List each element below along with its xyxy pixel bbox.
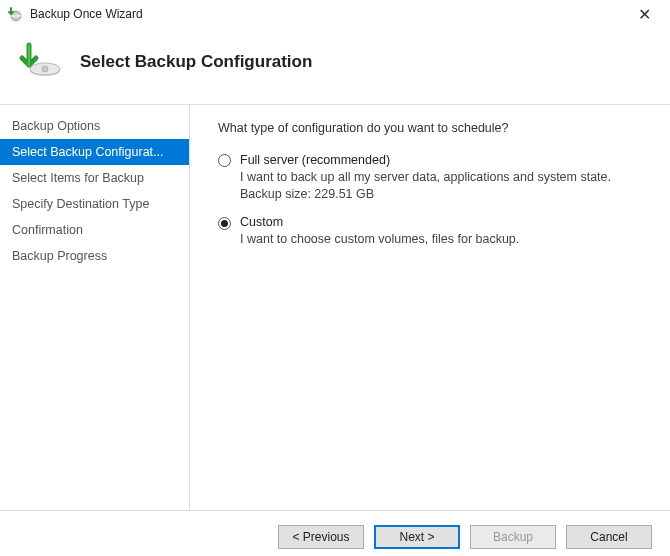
nav-select-items-for-backup[interactable]: Select Items for Backup [0,165,189,191]
option-full-server: Full server (recommended) I want to back… [218,153,646,201]
svg-point-4 [42,66,48,72]
close-button[interactable]: ✕ [624,5,664,24]
next-button[interactable]: Next > [374,525,460,549]
backup-button: Backup [470,525,556,549]
option-custom-desc: I want to choose custom volumes, files f… [240,232,646,246]
config-prompt: What type of configuration do you want t… [218,121,646,135]
nav-select-backup-configuration[interactable]: Select Backup Configurat... [0,139,189,165]
page-title: Select Backup Configuration [80,52,312,72]
option-full-server-desc: I want to back up all my server data, ap… [240,170,646,184]
app-icon [6,5,24,23]
nav-specify-destination-type[interactable]: Specify Destination Type [0,191,189,217]
option-custom: Custom I want to choose custom volumes, … [218,215,646,246]
nav-confirmation[interactable]: Confirmation [0,217,189,243]
option-full-server-label[interactable]: Full server (recommended) [240,153,646,167]
wizard-header: Select Backup Configuration [0,28,670,105]
option-full-server-size: Backup size: 229.51 GB [240,187,646,201]
wizard-nav: Backup Options Select Backup Configurat.… [0,105,190,510]
option-custom-label[interactable]: Custom [240,215,646,229]
titlebar: Backup Once Wizard ✕ [0,0,670,28]
previous-button[interactable]: < Previous [278,525,364,549]
window-title: Backup Once Wizard [30,7,624,21]
wizard-footer: < Previous Next > Backup Cancel [0,510,670,556]
backup-icon [16,38,64,86]
radio-full-server[interactable] [218,154,231,167]
nav-backup-progress[interactable]: Backup Progress [0,243,189,269]
svg-point-1 [11,15,21,18]
nav-backup-options[interactable]: Backup Options [0,113,189,139]
wizard-content: What type of configuration do you want t… [190,105,670,510]
cancel-button[interactable]: Cancel [566,525,652,549]
wizard-body: Backup Options Select Backup Configurat.… [0,105,670,510]
radio-custom[interactable] [218,217,231,230]
